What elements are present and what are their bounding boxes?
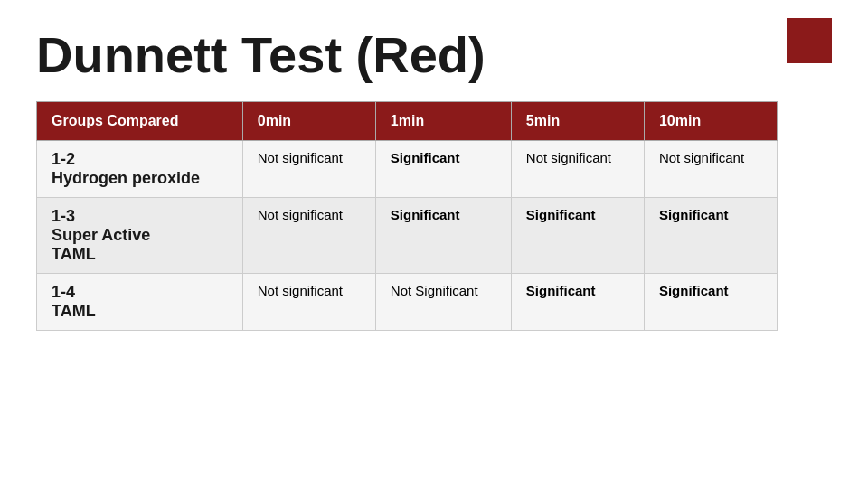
cell-0-2: Not significant [511, 140, 644, 197]
header-10min: 10min [644, 101, 777, 140]
cell-2-2: Significant [511, 273, 644, 330]
table-row: 1-4TAMLNot significantNot SignificantSig… [37, 273, 778, 330]
cell-group-0: 1-2Hydrogen peroxide [37, 140, 243, 197]
table-row: 1-2Hydrogen peroxideNot significantSigni… [37, 140, 778, 197]
page-container: Dunnett Test (Red) Groups Compared 0min … [0, 0, 868, 488]
cell-1-2: Significant [511, 197, 644, 273]
cell-1-0: Not significant [242, 197, 375, 273]
cell-1-1: Significant [375, 197, 511, 273]
cell-group-2: 1-4TAML [37, 273, 243, 330]
table-row: 1-3Super ActiveTAMLNot significantSignif… [37, 197, 778, 273]
cell-2-1: Not Significant [375, 273, 511, 330]
cell-0-3: Not significant [644, 140, 777, 197]
cell-2-3: Significant [644, 273, 777, 330]
header-0min: 0min [242, 101, 375, 140]
cell-0-1: Significant [375, 140, 511, 197]
results-table: Groups Compared 0min 1min 5min 10min 1-2… [36, 101, 778, 331]
header-groups: Groups Compared [37, 101, 243, 140]
page-title: Dunnett Test (Red) [36, 27, 832, 83]
cell-group-1: 1-3Super ActiveTAML [37, 197, 243, 273]
header-1min: 1min [375, 101, 511, 140]
cell-1-3: Significant [644, 197, 777, 273]
header-5min: 5min [511, 101, 644, 140]
cell-0-0: Not significant [242, 140, 375, 197]
cell-2-0: Not significant [242, 273, 375, 330]
red-square-decoration [787, 18, 832, 63]
